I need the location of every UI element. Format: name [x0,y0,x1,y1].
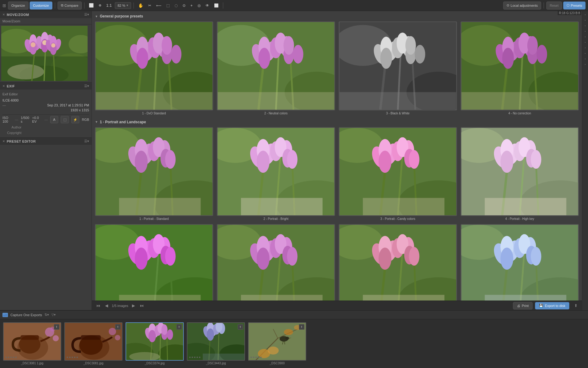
right-panel-icon-9: ▪ [584,56,586,61]
svg-point-74 [415,45,425,63]
exif-date-label: — [2,103,21,107]
toolbar-sep-5 [544,2,544,9]
lasso-tool-button[interactable]: ◌ [173,2,179,10]
preset-neutral-colors[interactable]: 2 - Neutral colors [217,21,335,115]
svg-point-250 [161,324,168,335]
preset-editor-header[interactable]: ✕ PRESET EDITOR ☰▾ [0,138,92,145]
toolbar-sep-4 [223,2,223,9]
exif-menu[interactable]: ☰▾ [84,84,89,88]
local-adjustments-button[interactable]: ⊙ Local adjustments [503,2,541,10]
print-button[interactable]: 🖨 Print [513,302,533,309]
exif-a-button[interactable]: A [50,116,58,123]
preset-label-portrait-std: 1 - Portrait - Standard [95,217,213,220]
preset-black-white[interactable]: 3 - Black & White [339,21,457,115]
zoom-1to1-button[interactable]: 1:1 [104,2,114,10]
preset-portrait-bright[interactable]: 2 - Portrait - Bright [217,127,335,221]
film-item-4[interactable]: ⬆ ★★★★★ _DSC3443.jpg [187,322,245,365]
film-item-2[interactable]: ⬆ ★★★★★ _DSC3081.jpg [64,322,123,365]
film-label-3: _DSC3374.jpg [126,362,184,365]
svg-point-203 [409,247,419,266]
preset-portrait-warm[interactable]: 7 - Landscape - Warm [339,224,457,301]
preset-portrait-candy[interactable]: 3 - Portrait - Candy colors [339,127,457,221]
filmstrip-prev-button[interactable]: ◀ [104,303,109,309]
zoom-dropdown-icon[interactable]: ▾ [126,3,128,7]
move-zoom-menu[interactable]: ☰▾ [84,13,89,17]
healing-tool-button[interactable]: ⌖ [189,2,194,10]
svg-point-102 [135,151,148,173]
preset-portrait-natural[interactable]: 6 - Landscape - Natural [217,224,335,301]
hand-tool-button[interactable]: ✋ [136,2,145,10]
preset-label-nocorrect: 4 - No correction [461,112,579,115]
exif-sub: Exif Editor [2,91,89,98]
presets-button[interactable]: ⬡ Presets [563,2,586,10]
preset-group-portrait-header[interactable]: ▼ 1 - Portrait and Landscape [95,120,579,124]
film-img-5 [249,323,306,361]
film-item-1[interactable]: ⬆ ★★★★★ _DSC3081 1.jpg [3,322,61,365]
straighten-tool-button[interactable]: ⟵ [154,2,163,10]
svg-point-73 [405,36,416,55]
author-label: Author [2,125,24,129]
exif-close[interactable]: ✕ [2,84,5,88]
svg-point-57 [293,45,303,63]
preset-portrait-highkey[interactable]: 4 - Portrait - High key [461,127,579,221]
presets-icon: ⬡ [567,3,570,7]
filmstrip-first-button[interactable]: ⏮ [95,303,101,309]
compare-button[interactable]: ⧉ Compare [58,2,82,10]
organize-button[interactable]: Organize [8,2,28,10]
filmstrip-next-button[interactable]: ▶ [131,303,136,309]
svg-rect-156 [485,198,566,215]
exif-frame-button[interactable]: ⬚ [61,116,69,123]
print-icon: 🖨 [517,304,520,308]
film-badge-1: ⬆ [54,324,59,330]
preset-portrait-cool[interactable]: 8 - Landscape - Cool [461,224,579,301]
export-share-button[interactable]: ⬆ [573,303,579,309]
right-panel: ▪ ▪ ▪ ▪ ▪ ▪ ▪ ▪ ▪ ▪ [582,11,588,310]
preset-editor-section: ✕ PRESET EDITOR ☰▾ [0,138,92,310]
preset-dxo-standard[interactable]: 1 - DxO Standard [95,21,213,115]
svg-rect-140 [363,198,444,215]
exif-sep1: — [15,118,18,121]
folder-filter-button[interactable]: ▽▾ [51,313,56,317]
reset-button[interactable]: Reset [546,2,562,10]
svg-point-171 [165,247,175,266]
film-thumb-3: ⬆ [126,322,184,361]
move-zoom-header[interactable]: ✕ MOVE/ZOOM ☰▾ [0,11,92,18]
exif-rgb: RGB [82,118,89,121]
erase-tool-button[interactable]: ◎ [196,2,202,10]
preset-portrait-std[interactable]: 1 - Portrait - Standard [95,127,213,221]
exif-header[interactable]: ✕ EXIF ☰▾ [0,82,92,90]
right-panel-icon-5: ▪ [584,34,586,39]
exif-content: Exif Editor ILCE-6000 — Sep 23, 2017 at … [0,90,92,137]
preset-img-portrait-candy [339,128,456,216]
svg-point-198 [379,247,391,270]
preset-editor-close[interactable]: ✕ [2,140,5,143]
eye-tool-button[interactable]: 👁 [204,2,211,10]
export-to-disk-button[interactable]: 💾 Export to disk [535,302,569,309]
filmstrip-last-button[interactable]: ⏭ [139,303,145,309]
preset-group-general-header[interactable]: ▼ General purpose presets [95,14,579,18]
preset-no-correction[interactable]: 4 - No correction [461,21,579,115]
folder-sort-button[interactable]: ⇅▾ [44,313,49,317]
group-label-general: General purpose presets [100,14,143,18]
preset-img-portrait-std [96,128,213,216]
move-zoom-close[interactable]: ✕ [2,13,5,16]
preset-thumb-portrait-vivid [95,224,213,301]
film-item-3[interactable]: ⬆ _DSC3374.jpg [126,322,184,365]
clone-tool-button[interactable]: ⊙ [181,2,187,10]
preset-editor-menu[interactable]: ☰▾ [84,139,89,143]
preset-img-bw [339,22,456,110]
preset-portrait-vivid[interactable]: 5 - Landscape - Vivid [95,224,213,301]
select-tool-button[interactable]: ⬚ [164,2,172,10]
customize-button[interactable]: Customize [30,2,52,10]
info-tool-button[interactable]: ⬜ [212,2,221,10]
preset-img-vivid [96,225,213,301]
grid-icon: ⊞ [2,3,6,8]
crop-tool-button[interactable]: ✂ [146,2,153,10]
preset-label-portrait-bright: 2 - Portrait - Bright [217,217,335,220]
film-item-5[interactable]: ⬆ ★★★★★ _DSC3900 [248,322,306,365]
film-badge-2: ⬆ [115,324,121,330]
exif-flash-button[interactable]: ⚡ [71,116,79,123]
zoom-fit-button[interactable]: ⊕ [97,2,103,10]
view-mode-button[interactable]: ⬜ [87,2,96,10]
exif-section: ✕ EXIF ☰▾ Exif Editor ILCE-6000 — Sep 23… [0,82,92,138]
